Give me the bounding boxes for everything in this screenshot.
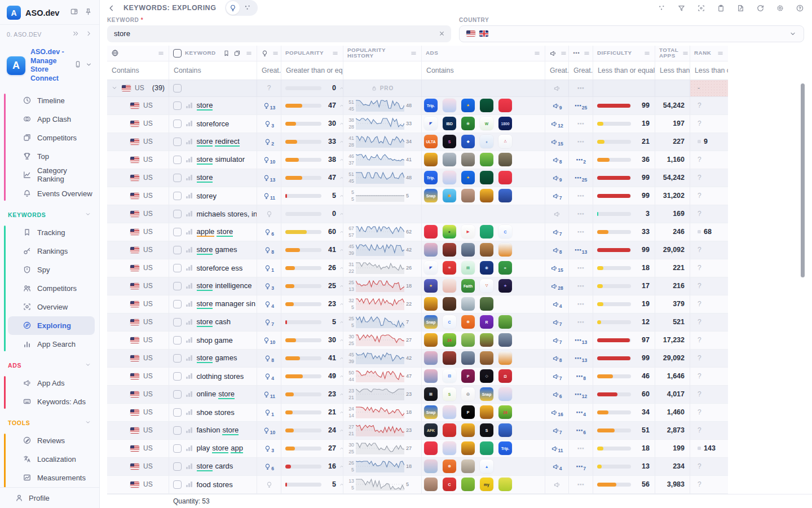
clear-icon[interactable] (438, 30, 445, 37)
trend-icon[interactable] (339, 283, 343, 289)
keyword-link[interactable]: applestore (197, 227, 233, 237)
trend-icon[interactable] (339, 103, 343, 109)
app-ads-cell[interactable]: 15 (545, 133, 569, 151)
more-cell[interactable]: ⋯12 (569, 386, 593, 404)
suggestions-cell[interactable]: 13 (257, 97, 281, 115)
ad-app-icon[interactable]: ∴ (498, 135, 512, 148)
ad-app-icon[interactable]: ◆ (461, 135, 475, 148)
row-checkbox[interactable] (173, 101, 182, 110)
trend-icon[interactable] (339, 211, 343, 217)
suggestions-cell[interactable]: 13 (257, 169, 281, 187)
app-ads-cell[interactable]: 9 (545, 97, 569, 115)
keyword-link[interactable]: storemanager sin (197, 299, 255, 309)
ad-app-icon[interactable] (424, 297, 438, 311)
trend-icon[interactable] (339, 409, 343, 416)
column-header-more[interactable]: ⋯ (569, 46, 593, 61)
keyword-link[interactable]: storeforce (197, 120, 230, 128)
suggestions-cell[interactable]: 6 (257, 223, 281, 241)
app-ads-cell[interactable]: 8 (545, 241, 569, 259)
chart-bars-icon[interactable] (186, 355, 192, 361)
row-checkbox[interactable] (173, 156, 182, 164)
row-checkbox[interactable] (173, 336, 182, 344)
row-checkbox[interactable] (173, 372, 182, 381)
ad-app-icon[interactable] (424, 153, 438, 166)
keyword-link[interactable]: michaels stores, in (197, 210, 258, 218)
settings-icon[interactable] (776, 4, 784, 12)
app-ads-cell[interactable]: 7 (545, 422, 569, 440)
app-ads-cell[interactable] (545, 205, 569, 223)
suggestions-cell[interactable]: 1 (257, 404, 281, 422)
app-ads-cell[interactable]: 7 (545, 187, 569, 205)
bulb-icon[interactable] (226, 1, 240, 15)
trend-icon[interactable] (339, 482, 343, 488)
column-header-keyword[interactable]: KEYWORD (169, 46, 257, 61)
table-row[interactable]: US storeintelligence 3 25 251318 ★Faith∵… (107, 277, 728, 295)
ad-app-icon[interactable]: ✳ (443, 261, 456, 275)
table-row[interactable]: US storegames 8 41 453942 8 ⋯13 99 29,09… (107, 350, 728, 368)
ad-app-icon[interactable]: 24 (443, 333, 456, 347)
ad-app-icon[interactable] (443, 243, 456, 257)
ad-app-icon[interactable]: P (461, 405, 475, 419)
app-ads-cell[interactable]: 4 (545, 295, 569, 313)
scan-icon[interactable] (697, 4, 705, 12)
ad-app-icon[interactable] (480, 189, 493, 202)
sidebar-item-timeline[interactable]: Timeline (8, 91, 95, 110)
suggestions-cell[interactable]: 4 (257, 368, 281, 386)
ad-app-icon[interactable]: ⊟ (443, 369, 456, 383)
table-row[interactable]: US storecards 6 16 26518 ⊕▲ 4 ⋯7 13 234 … (107, 458, 728, 476)
table-row[interactable]: US playstoreapp 3 27 302527 Trip. 11 ⋯ 1… (107, 440, 728, 458)
ad-app-icon[interactable] (480, 171, 493, 184)
chart-bars-icon[interactable] (186, 391, 192, 397)
keyword-link[interactable]: shoe stores (197, 408, 235, 417)
trend-icon[interactable] (339, 301, 343, 307)
app-ads-cell[interactable]: 7 (545, 223, 569, 241)
row-checkbox[interactable] (173, 264, 182, 272)
more-cell[interactable]: ⋯ (569, 259, 593, 277)
row-checkbox[interactable] (173, 120, 182, 128)
suggestions-cell[interactable]: 2 (257, 133, 281, 151)
table-row[interactable]: US storecash 7 5 2557 SnapC⊕R 7 ⋯ 12 521… (107, 313, 728, 332)
keyword-link[interactable]: storesimulator (197, 155, 245, 165)
chart-bars-icon[interactable] (186, 373, 192, 379)
table-row[interactable]: US storeforce ess 1 26 312226 ◤✳▤◉≡ 15 ⋯… (107, 259, 728, 277)
column-menu-icon[interactable] (560, 50, 567, 57)
more-icon[interactable] (244, 4, 251, 12)
ad-app-icon[interactable] (498, 171, 512, 184)
ad-app-icon[interactable] (424, 351, 438, 365)
nav-section-tools[interactable]: TOOLS (0, 413, 99, 430)
document-edit-icon[interactable] (736, 4, 745, 12)
filter-history[interactable] (343, 61, 422, 79)
sidebar-item-measurements[interactable]: Measurements (8, 469, 95, 487)
ad-app-icon[interactable] (461, 478, 475, 491)
table-row[interactable]: US storegames 8 41 453942 8 ⋯13 99 29,09… (107, 241, 728, 259)
column-header-country[interactable] (107, 46, 169, 61)
table-row[interactable]: US fashionstore 10 24 272123 AFKS 7 ⋯6 5… (107, 422, 728, 440)
chevron-right-icon[interactable] (85, 30, 92, 38)
suggestions-cell[interactable]: 4 (257, 295, 281, 313)
ad-app-icon[interactable]: ★ (424, 279, 438, 293)
sort-icon[interactable] (339, 85, 343, 91)
chart-bars-icon[interactable] (186, 193, 192, 198)
chart-bars-icon[interactable] (186, 247, 192, 253)
ad-app-icon[interactable]: ◉ (480, 261, 493, 275)
keyword-link[interactable]: playstoreapp (197, 444, 243, 453)
more-cell[interactable]: ⋯ (569, 476, 593, 494)
more-cell[interactable]: ⋯4 (569, 404, 593, 422)
ad-app-icon[interactable] (480, 225, 493, 238)
ad-app-icon[interactable] (480, 99, 493, 112)
ad-app-icon[interactable] (461, 243, 475, 257)
sidebar-item-app-clash[interactable]: App Clash (8, 110, 95, 129)
chart-bars-icon[interactable] (186, 409, 192, 415)
table-row[interactable]: US shop game 10 30 302527 24 7 ⋯13 97 17… (107, 332, 728, 350)
trend-icon[interactable] (339, 391, 343, 397)
ad-app-icon[interactable]: ★ (498, 279, 512, 293)
ad-app-icon[interactable] (498, 153, 512, 166)
ad-app-icon[interactable] (498, 387, 512, 401)
ad-app-icon[interactable] (498, 351, 512, 365)
ad-app-icon[interactable]: Trip. (498, 441, 512, 455)
trend-icon[interactable] (339, 445, 343, 452)
table-row[interactable]: US clothing stores 4 49 504447 ⊟P◇Ω 7 ⋯8… (107, 368, 728, 386)
ad-app-icon[interactable] (443, 351, 456, 365)
trend-icon[interactable] (339, 265, 343, 271)
chart-bars-icon[interactable] (186, 283, 192, 289)
